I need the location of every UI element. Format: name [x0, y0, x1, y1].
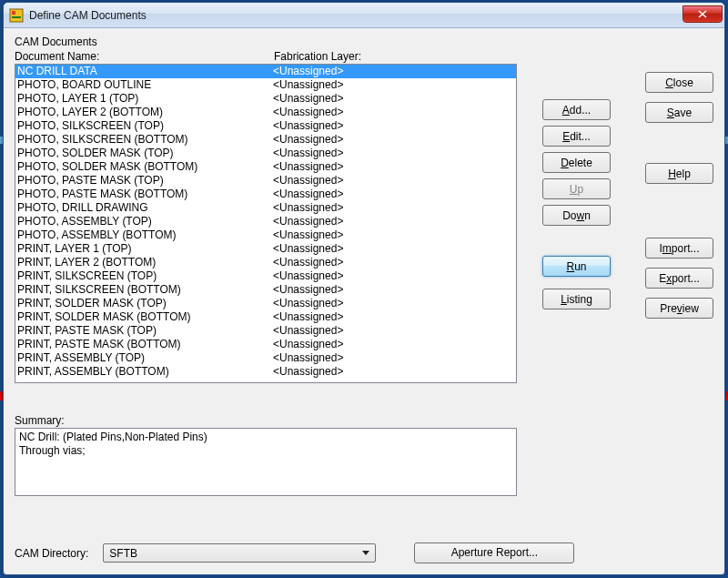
doc-name-cell: PHOTO, SOLDER MASK (BOTTOM): [17, 160, 273, 174]
fab-layer-cell: <Unassigned>: [273, 119, 516, 133]
table-row[interactable]: PRINT, SOLDER MASK (TOP)<Unassigned>: [15, 297, 516, 310]
table-row[interactable]: PRINT, ASSEMBLY (TOP)<Unassigned>: [15, 351, 516, 365]
doc-name-cell: PHOTO, DRILL DRAWING: [17, 201, 273, 215]
column-header-fabrication-layer: Fabrication Layer:: [274, 50, 715, 63]
doc-name-cell: PRINT, ASSEMBLY (TOP): [17, 351, 273, 365]
fab-layer-cell: <Unassigned>: [273, 310, 516, 324]
doc-name-cell: PRINT, ASSEMBLY (BOTTOM): [17, 365, 273, 379]
summary-label: Summary:: [15, 414, 715, 427]
doc-name-cell: PHOTO, PASTE MASK (BOTTOM): [17, 188, 273, 201]
table-row[interactable]: PHOTO, PASTE MASK (BOTTOM)<Unassigned>: [15, 188, 516, 201]
cam-directory-label: CAM Directory:: [15, 547, 92, 560]
table-row[interactable]: PHOTO, LAYER 1 (TOP)<Unassigned>: [15, 92, 516, 106]
fab-layer-cell: <Unassigned>: [273, 78, 516, 92]
fab-layer-cell: <Unassigned>: [273, 338, 516, 351]
svg-rect-2: [12, 16, 21, 18]
fab-layer-cell: <Unassigned>: [273, 201, 516, 215]
table-row[interactable]: NC DRILL DATA<Unassigned>: [15, 65, 516, 78]
doc-name-cell: PHOTO, LAYER 2 (BOTTOM): [17, 106, 273, 119]
table-row[interactable]: PHOTO, LAYER 2 (BOTTOM)<Unassigned>: [15, 106, 516, 119]
save-button[interactable]: Save: [645, 102, 713, 123]
fab-layer-cell: <Unassigned>: [273, 228, 516, 242]
fab-layer-cell: <Unassigned>: [273, 188, 516, 201]
documents-listbox[interactable]: NC DRILL DATA<Unassigned>PHOTO, BOARD OU…: [15, 64, 517, 383]
close-icon: [698, 10, 707, 18]
app-icon: [9, 8, 24, 23]
table-row[interactable]: PHOTO, DRILL DRAWING<Unassigned>: [15, 201, 516, 215]
fab-layer-cell: <Unassigned>: [273, 324, 516, 338]
table-row[interactable]: PHOTO, BOARD OUTLINE<Unassigned>: [15, 78, 516, 92]
table-row[interactable]: PRINT, PASTE MASK (TOP)<Unassigned>: [15, 324, 516, 338]
listing-button[interactable]: Listing: [542, 289, 611, 309]
table-row[interactable]: PRINT, SILKSCREEN (BOTTOM)<Unassigned>: [15, 283, 516, 297]
table-row[interactable]: PHOTO, ASSEMBLY (TOP)<Unassigned>: [15, 215, 516, 228]
doc-name-cell: PHOTO, SILKSCREEN (TOP): [17, 119, 273, 133]
cam-directory-dropdown[interactable]: SFTB: [103, 543, 376, 563]
doc-name-cell: PHOTO, ASSEMBLY (BOTTOM): [17, 228, 273, 242]
close-button[interactable]: Close: [645, 72, 713, 93]
run-button[interactable]: Run: [542, 256, 611, 277]
fab-layer-cell: <Unassigned>: [273, 365, 516, 379]
export-button[interactable]: Export...: [645, 268, 713, 289]
preview-button[interactable]: Preview: [645, 298, 713, 319]
svg-rect-1: [12, 11, 15, 15]
table-row[interactable]: PRINT, ASSEMBLY (BOTTOM)<Unassigned>: [15, 365, 516, 379]
fab-layer-cell: <Unassigned>: [273, 106, 516, 119]
fab-layer-cell: <Unassigned>: [273, 174, 516, 188]
doc-name-cell: PRINT, SOLDER MASK (TOP): [17, 297, 273, 310]
fab-layer-cell: <Unassigned>: [273, 215, 516, 228]
doc-name-cell: PRINT, PASTE MASK (TOP): [17, 324, 273, 338]
doc-name-cell: PHOTO, ASSEMBLY (TOP): [17, 215, 273, 228]
doc-name-cell: PHOTO, SOLDER MASK (TOP): [17, 147, 273, 160]
doc-name-cell: PHOTO, SILKSCREEN (BOTTOM): [17, 133, 273, 147]
fab-layer-cell: <Unassigned>: [273, 147, 516, 160]
delete-button[interactable]: Delete: [542, 152, 611, 173]
fab-layer-cell: <Unassigned>: [273, 256, 516, 269]
summary-textbox[interactable]: NC Drill: (Plated Pins,Non-Plated Pins) …: [15, 428, 517, 496]
aperture-report-button[interactable]: Aperture Report...: [414, 543, 574, 563]
fab-layer-cell: <Unassigned>: [273, 65, 516, 78]
add-button[interactable]: Add...: [542, 99, 611, 120]
down-button[interactable]: Down: [542, 205, 611, 226]
fab-layer-cell: <Unassigned>: [273, 283, 516, 297]
chevron-down-icon: [362, 551, 369, 555]
fab-layer-cell: <Unassigned>: [273, 160, 516, 174]
table-row[interactable]: PHOTO, ASSEMBLY (BOTTOM)<Unassigned>: [15, 228, 516, 242]
doc-name-cell: PRINT, PASTE MASK (BOTTOM): [17, 338, 273, 351]
window-close-button[interactable]: [682, 5, 723, 23]
doc-name-cell: NC DRILL DATA: [17, 65, 273, 78]
cam-directory-value: SFTB: [109, 547, 362, 560]
doc-name-cell: PRINT, SILKSCREEN (BOTTOM): [17, 283, 273, 297]
doc-name-cell: PRINT, LAYER 2 (BOTTOM): [17, 256, 273, 269]
doc-name-cell: PHOTO, PASTE MASK (TOP): [17, 174, 273, 188]
doc-name-cell: PHOTO, LAYER 1 (TOP): [17, 92, 273, 106]
table-row[interactable]: PHOTO, SILKSCREEN (TOP)<Unassigned>: [15, 119, 516, 133]
table-row[interactable]: PHOTO, SILKSCREEN (BOTTOM)<Unassigned>: [15, 133, 516, 147]
table-row[interactable]: PHOTO, PASTE MASK (TOP)<Unassigned>: [15, 174, 516, 188]
up-button: Up: [542, 178, 611, 199]
doc-name-cell: PRINT, LAYER 1 (TOP): [17, 242, 273, 256]
fab-layer-cell: <Unassigned>: [273, 92, 516, 106]
edit-button[interactable]: Edit...: [542, 126, 611, 147]
doc-name-cell: PHOTO, BOARD OUTLINE: [17, 78, 273, 92]
doc-name-cell: PRINT, SILKSCREEN (TOP): [17, 269, 273, 283]
help-button[interactable]: Help: [645, 163, 713, 184]
titlebar[interactable]: Define CAM Documents: [4, 3, 724, 28]
column-header-document-name: Document Name:: [15, 50, 274, 63]
doc-name-cell: PRINT, SOLDER MASK (BOTTOM): [17, 310, 273, 324]
import-button[interactable]: Import...: [645, 238, 713, 259]
fab-layer-cell: <Unassigned>: [273, 351, 516, 365]
table-row[interactable]: PRINT, SOLDER MASK (BOTTOM)<Unassigned>: [15, 310, 516, 324]
cam-documents-label: CAM Documents: [15, 35, 715, 48]
dialog-window: Define CAM Documents CAM Documents Docum…: [3, 2, 725, 575]
table-row[interactable]: PRINT, LAYER 1 (TOP)<Unassigned>: [15, 242, 516, 256]
table-row[interactable]: PRINT, PASTE MASK (BOTTOM)<Unassigned>: [15, 338, 516, 351]
fab-layer-cell: <Unassigned>: [273, 297, 516, 310]
table-row[interactable]: PHOTO, SOLDER MASK (BOTTOM)<Unassigned>: [15, 160, 516, 174]
fab-layer-cell: <Unassigned>: [273, 269, 516, 283]
fab-layer-cell: <Unassigned>: [273, 133, 516, 147]
table-row[interactable]: PRINT, LAYER 2 (BOTTOM)<Unassigned>: [15, 256, 516, 269]
table-row[interactable]: PHOTO, SOLDER MASK (TOP)<Unassigned>: [15, 147, 516, 160]
fab-layer-cell: <Unassigned>: [273, 242, 516, 256]
table-row[interactable]: PRINT, SILKSCREEN (TOP)<Unassigned>: [15, 269, 516, 283]
